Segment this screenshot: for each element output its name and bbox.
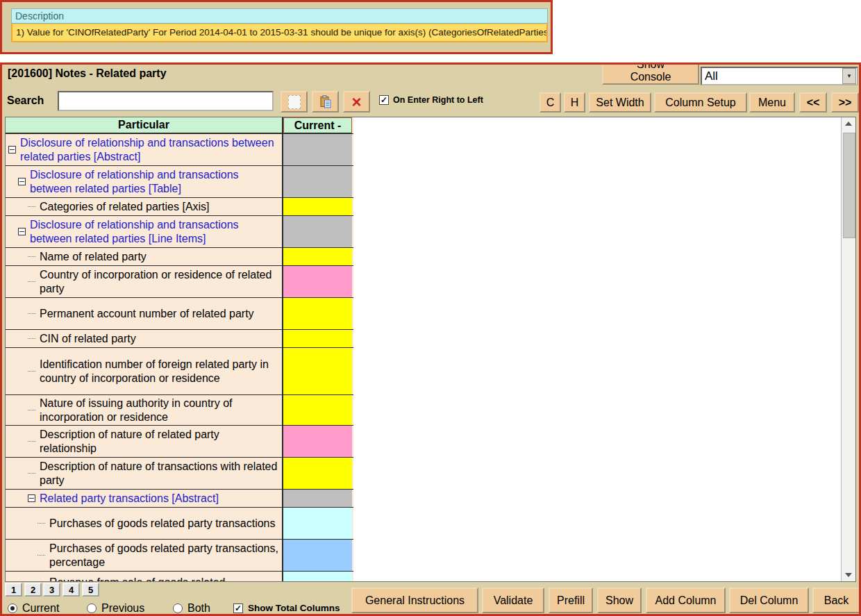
particular-cell[interactable]: Revenue from sale of goods related [6, 572, 283, 582]
current-cell[interactable] [283, 248, 352, 265]
search-input[interactable] [58, 91, 274, 111]
radio-current[interactable]: Current [8, 602, 59, 615]
on-enter-label: On Enter Right to Left [393, 95, 483, 105]
table-row[interactable]: Disclosure of relationship and transacti… [6, 166, 353, 198]
del-column-button[interactable]: Del Column [729, 588, 809, 613]
tree-branch-icon [28, 256, 35, 258]
show-button[interactable]: Show [597, 588, 642, 613]
previous-columns-button[interactable]: << [799, 92, 827, 113]
table-row[interactable]: Purchases of goods related party transac… [6, 540, 353, 572]
particular-cell[interactable]: Related party transactions [Abstract] [6, 490, 283, 507]
add-column-button[interactable]: Add Column [646, 588, 726, 613]
radio-both[interactable]: Both [173, 602, 210, 615]
current-cell[interactable] [283, 395, 352, 425]
particular-cell[interactable]: Name of related party [6, 248, 283, 265]
particular-cell[interactable]: Categories of related parties [Axis] [6, 198, 283, 215]
particular-cell[interactable]: Disclosure of relationship and transacti… [6, 216, 283, 247]
current-cell[interactable] [283, 266, 352, 297]
current-cell[interactable] [283, 330, 352, 347]
arrow-up-icon [845, 122, 852, 126]
general-instructions-button[interactable]: General Instructions [351, 588, 478, 613]
radio-previous[interactable]: Previous [87, 602, 144, 615]
on-enter-right-to-left-option[interactable]: On Enter Right to Left [379, 95, 483, 105]
prefill-button[interactable]: Prefill [549, 588, 593, 613]
red-x-icon: × [351, 95, 361, 109]
particular-cell[interactable]: Disclosure of relationship and transacti… [6, 134, 283, 165]
show-total-checkbox[interactable] [233, 603, 243, 613]
radio-current-control[interactable] [8, 603, 17, 613]
set-width-button[interactable]: Set Width [589, 92, 651, 113]
scroll-up-button[interactable] [842, 117, 855, 130]
copy-button[interactable] [281, 91, 308, 113]
current-cell[interactable] [283, 458, 352, 489]
current-cell[interactable] [283, 490, 352, 507]
particular-cell[interactable]: CIN of related party [6, 330, 283, 347]
table-row[interactable]: Identification number of foreign related… [6, 348, 353, 395]
particular-label: Disclosure of relationship and transacti… [20, 136, 282, 164]
particular-cell[interactable]: Identification number of foreign related… [6, 348, 283, 394]
particular-cell[interactable]: Purchases of goods related party transac… [6, 508, 283, 539]
particular-label: CIN of related party [40, 332, 139, 346]
table-row[interactable]: Disclosure of relationship and transacti… [6, 134, 353, 166]
table-row[interactable]: Disclosure of relationship and transacti… [6, 216, 353, 248]
particular-cell[interactable]: Description of nature of related party r… [6, 426, 283, 457]
table-body: Disclosure of relationship and transacti… [6, 134, 353, 582]
current-cell[interactable] [283, 508, 352, 539]
paste-button[interactable] [312, 91, 339, 113]
vertical-scrollbar[interactable] [841, 117, 855, 581]
h-button[interactable]: H [564, 92, 585, 113]
particular-cell[interactable]: Purchases of goods related party transac… [6, 540, 283, 571]
page-button-3[interactable]: 3 [43, 583, 60, 597]
clear-search-button[interactable]: × [343, 91, 370, 113]
current-cell[interactable] [283, 540, 352, 571]
table-row[interactable]: CIN of related party [6, 330, 353, 348]
current-cell[interactable] [283, 166, 352, 197]
show-total-columns-option[interactable]: Show Total Columns [233, 603, 340, 613]
radio-both-control[interactable] [173, 603, 183, 613]
tree-branch-icon [28, 410, 35, 411]
current-cell[interactable] [283, 198, 352, 215]
particular-cell[interactable]: Country of incorporation or residence of… [6, 266, 283, 297]
scrollbar-thumb[interactable] [843, 133, 855, 238]
on-enter-checkbox[interactable] [379, 95, 389, 105]
particular-cell[interactable]: Permanent account number of related part… [6, 298, 283, 329]
radio-previous-control[interactable] [87, 603, 97, 613]
page-button-2[interactable]: 2 [24, 583, 42, 597]
table-row[interactable]: Country of incorporation or residence of… [6, 266, 353, 298]
table-row[interactable]: Permanent account number of related part… [6, 298, 353, 330]
tree-branch-icon [37, 555, 45, 556]
particular-cell[interactable]: Description of nature of transactions wi… [6, 458, 283, 489]
table-row[interactable]: Description of nature of related party r… [6, 426, 353, 458]
column-setup-button[interactable]: Column Setup [654, 92, 747, 113]
current-cell[interactable] [283, 572, 352, 582]
menu-button[interactable]: Menu [749, 92, 795, 113]
particular-cell[interactable]: Nature of issuing authority in country o… [6, 395, 283, 425]
current-cell[interactable] [283, 216, 352, 247]
show-total-label: Show Total Columns [248, 603, 340, 613]
table-row[interactable]: Nature of issuing authority in country o… [6, 395, 353, 426]
particular-label: Disclosure of relationship and transacti… [30, 168, 282, 196]
current-cell[interactable] [283, 348, 352, 394]
back-button[interactable]: Back [812, 588, 860, 613]
next-columns-button[interactable]: >> [831, 92, 859, 113]
table-row[interactable]: Purchases of goods related party transac… [6, 508, 353, 540]
current-cell[interactable] [283, 298, 352, 329]
page-button-4[interactable]: 4 [62, 583, 80, 597]
filter-dropdown[interactable]: All ▼ [701, 67, 858, 85]
page-button-1[interactable]: 1 [5, 583, 22, 597]
page-button-5[interactable]: 5 [82, 583, 99, 597]
table-row[interactable]: Categories of related parties [Axis] [6, 198, 353, 216]
table-row[interactable]: Related party transactions [Abstract] [6, 490, 353, 508]
table-row[interactable]: Description of nature of transactions wi… [6, 458, 353, 490]
show-console-button[interactable]: Show Console [602, 63, 699, 85]
table-row[interactable]: Name of related party [6, 248, 353, 266]
chevron-down-icon[interactable]: ▼ [842, 68, 856, 84]
c-button[interactable]: C [540, 92, 561, 113]
current-cell[interactable] [283, 134, 352, 165]
collapse-icon [8, 146, 16, 153]
particular-cell[interactable]: Disclosure of relationship and transacti… [6, 166, 283, 197]
table-row[interactable]: Revenue from sale of goods related [6, 572, 353, 582]
scroll-down-button[interactable] [842, 569, 855, 581]
validate-button[interactable]: Validate [482, 588, 544, 613]
current-cell[interactable] [283, 426, 352, 457]
